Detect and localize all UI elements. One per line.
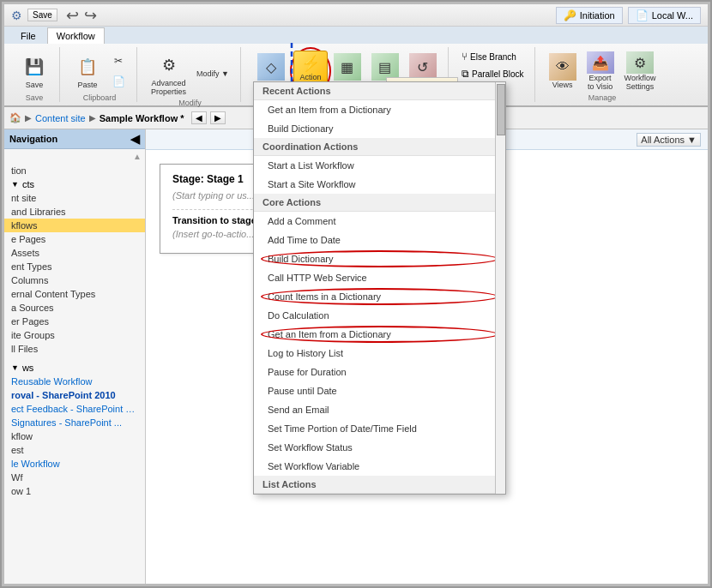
section-core-actions: Core Actions (254, 194, 505, 212)
sidebar-item-allfiles[interactable]: ll Files (4, 342, 145, 356)
sidebar-item-wf[interactable]: Wf (4, 471, 145, 484)
undo-icon[interactable]: ↩ (66, 6, 79, 25)
nav-forward-btn[interactable]: ▶ (210, 111, 226, 124)
action-icon: ⚡ (301, 54, 320, 73)
sidebar-subsection: ▼ cts (4, 177, 145, 191)
sidebar-item-signatures[interactable]: Signatures - SharePoint ... (4, 416, 145, 429)
tab-file[interactable]: File (11, 27, 45, 44)
sidebar-expand-icon[interactable]: ▲ (133, 152, 142, 161)
copy-btn[interactable]: 📄 (107, 72, 130, 91)
dropdown-item-count-items[interactable]: Count Items in a Dictionary (254, 287, 505, 306)
tab-workflow[interactable]: Workflow (47, 27, 105, 45)
breadcrumb-home[interactable]: 🏠 (9, 112, 21, 123)
dropdown-item-send-email[interactable]: Send an Email (254, 400, 505, 419)
ribbon-group-clipboard: 📋 Paste ✂ 📄 Clipboard (63, 47, 137, 102)
dropdown-item-pause-date[interactable]: Pause until Date (254, 381, 505, 400)
sidebar-collapse-btn[interactable]: ◀ (130, 132, 140, 146)
save-quick-btn[interactable]: Save (27, 9, 57, 21)
paste-label: Paste (77, 81, 97, 89)
sidebar-expand-arrow[interactable]: ▼ (11, 180, 19, 189)
nav-back-btn[interactable]: ◀ (191, 111, 207, 124)
redo-icon[interactable]: ↪ (84, 6, 97, 25)
dropdown-item-start-list[interactable]: Start a List Workflow (254, 156, 505, 175)
sidebar-section-2-label: ws (22, 363, 33, 373)
dropdown-item-log-history[interactable]: Log to History List (254, 344, 505, 363)
initiation-btn[interactable]: 🔑 Initiation (556, 7, 623, 24)
breadcrumb-sep1: ▶ (25, 113, 32, 123)
sidebar-item-kflows[interactable]: kflows (4, 219, 145, 232)
dropdown-menu: Recent Actions Get an Item from a Dictio… (253, 81, 506, 495)
scrollbar-track[interactable] (495, 82, 505, 494)
dropdown-item-add-comment[interactable]: Add a Comment (254, 212, 505, 231)
dropdown-item-add-time[interactable]: Add Time to Date (254, 231, 505, 249)
sidebar-item-masterpages[interactable]: er Pages (4, 315, 145, 328)
main-container: ⚙ Save ↩ ↪ 🔑 Initiation 📄 Local W... Fil… (0, 0, 712, 588)
modify-btn[interactable]: Modify ▼ (192, 67, 233, 81)
sidebar-item-sitegroups[interactable]: ite Groups (4, 328, 145, 342)
sidebar-item-external[interactable]: ernal Content Types (4, 287, 145, 301)
section-coordination: Coordination Actions (254, 138, 505, 156)
sidebar-section-2: ▼ ws Reusable Workflow roval - SharePoin… (4, 360, 145, 499)
dropdown-item-start-site[interactable]: Start a Site Workflow (254, 175, 505, 194)
sidebar-item-ow1[interactable]: ow 1 (4, 484, 145, 498)
dropdown-item-get-item-recent[interactable]: Get an Item from a Dictionary (254, 100, 505, 119)
clipboard-label: Clipboard (83, 93, 117, 102)
initiation-label: Initiation (580, 10, 615, 21)
sidebar-title: Navigation (9, 134, 57, 144)
sidebar-item-pages[interactable]: e Pages (4, 232, 145, 246)
dropdown-item-set-time[interactable]: Set Time Portion of Date/Time Field (254, 419, 505, 438)
export-icon: 📤 (587, 51, 614, 74)
export-visio-btn[interactable]: 📤 Exportto Visio (582, 49, 618, 93)
sidebar-item-libraries[interactable]: and Libraries (4, 205, 145, 219)
all-actions-btn[interactable]: All Actions ▼ (637, 133, 701, 147)
modify-group-label: Modify (178, 99, 202, 107)
manage-buttons: 👁 Views 📤 Exportto Visio ⚙ WorkflowSetti… (545, 49, 661, 93)
sidebar-item-columns[interactable]: Columns (4, 273, 145, 287)
views-icon: 👁 (549, 53, 576, 81)
parallel-label: Parallel Block (472, 69, 524, 79)
views-btn[interactable]: 👁 Views (545, 49, 581, 93)
dropdown-item-get-item-core[interactable]: Get an Item from a Dictionary (254, 325, 505, 344)
section-recent-actions: Recent Actions (254, 82, 505, 100)
condition-icon: ◇ (257, 53, 285, 81)
dropdown-item-call-http[interactable]: Call HTTP Web Service (254, 268, 505, 287)
adv-props-btn[interactable]: ⚙ AdvancedProperties (147, 49, 190, 99)
scrollbar-thumb[interactable] (497, 84, 505, 135)
sidebar-item-tion[interactable]: tion (4, 164, 145, 177)
sidebar-item-est[interactable]: est (4, 443, 145, 457)
paste-btn[interactable]: 📋 Paste (69, 49, 106, 93)
sidebar-item-datasources[interactable]: a Sources (4, 301, 145, 315)
sidebar-item-reusable[interactable]: Reusable Workflow (4, 375, 145, 388)
wf-settings-btn[interactable]: ⚙ WorkflowSettings (620, 49, 661, 93)
sidebar-item-approval[interactable]: roval - SharePoint 2010 (4, 388, 145, 402)
sidebar-expand-arrow-2[interactable]: ▼ (11, 363, 19, 372)
save-group-buttons: 💾 Save (16, 49, 52, 93)
count-items-ellipse (261, 288, 498, 305)
dropdown-item-set-status[interactable]: Set Workflow Status (254, 438, 505, 457)
initiation-icon: 🔑 (564, 9, 576, 21)
sidebar-item-feedback[interactable]: ect Feedback - SharePoint 2... (4, 402, 145, 416)
save-btn[interactable]: 💾 Save (16, 49, 52, 93)
all-actions-label: All Actions ▼ (641, 135, 697, 145)
local-w-btn[interactable]: 📄 Local W... (628, 7, 701, 24)
sidebar-item-kflow[interactable]: kflow (4, 429, 145, 443)
sidebar-item-enttypes[interactable]: ent Types (4, 260, 145, 273)
dropdown-item-build-dict[interactable]: Build Dictionary (254, 249, 505, 268)
ribbon-group-save: 💾 Save Save (9, 47, 60, 102)
dropdown-item-pause-duration[interactable]: Pause for Duration (254, 363, 505, 381)
sidebar-item-assets[interactable]: Assets (4, 246, 145, 260)
breadcrumb-workflow: Sample Workflow * (100, 113, 184, 123)
local-w-icon: 📄 (636, 9, 649, 21)
dropdown-item-set-variable[interactable]: Set Workflow Variable (254, 457, 505, 476)
breadcrumb-site[interactable]: Content site (35, 113, 86, 123)
sidebar-header: Navigation ◀ (4, 129, 145, 149)
cut-btn[interactable]: ✂ (107, 51, 130, 70)
parallel-block-btn[interactable]: ⧉ Parallel Block (458, 66, 528, 81)
breadcrumb-sep2: ▶ (89, 113, 96, 123)
else-branch-btn[interactable]: ⑂ Else Branch (458, 49, 528, 64)
dropdown-item-do-calc[interactable]: Do Calculation (254, 306, 505, 325)
dropdown-item-build-dict-recent[interactable]: Build Dictionary (254, 119, 505, 138)
sidebar-item-ntsite[interactable]: nt site (4, 191, 145, 205)
modify-label: Modify ▼ (196, 69, 229, 78)
sidebar-item-le-workflow[interactable]: le Workflow (4, 457, 145, 471)
